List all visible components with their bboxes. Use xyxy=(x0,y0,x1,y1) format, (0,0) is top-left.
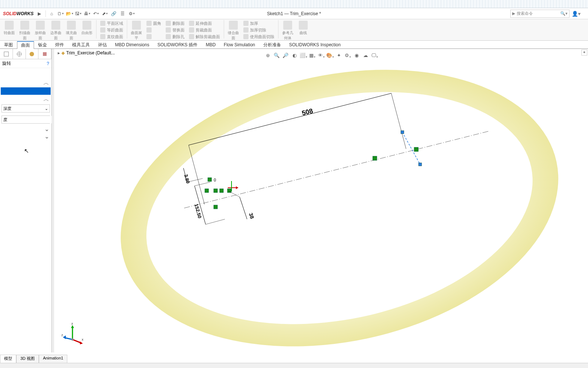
tab-moldtools[interactable]: 模具工具 xyxy=(68,41,94,48)
curves-button[interactable]: 曲线 xyxy=(295,20,311,36)
trim-surface-button[interactable]: 剪裁曲面 xyxy=(189,27,220,33)
delete-hole-button[interactable]: 删除孔 xyxy=(166,33,185,40)
svg-rect-0 xyxy=(4,52,9,56)
pm-section-collapse1[interactable]: ︿ xyxy=(0,79,51,87)
thickened-cut-button[interactable]: 加厚切除 xyxy=(243,27,274,33)
search-run-icon: ▶ xyxy=(512,11,515,16)
freeform-button[interactable]: 自由形 xyxy=(79,20,95,36)
endpoint-handle[interactable] xyxy=(419,163,422,166)
feature-tree-tab[interactable] xyxy=(0,49,13,59)
view-triad[interactable]: y x z xyxy=(61,323,84,345)
label: 替换面 xyxy=(172,27,185,33)
relation-marker[interactable] xyxy=(373,156,377,160)
offset-surface-button[interactable]: 等距曲面 xyxy=(100,27,123,33)
tab-animation1[interactable]: Animation1 xyxy=(39,355,67,363)
relation-marker[interactable] xyxy=(414,147,418,151)
thicken-button[interactable]: 加厚 xyxy=(243,20,274,27)
knit-surface-button[interactable]: 缝合曲面 xyxy=(226,20,241,41)
relation-marker[interactable] xyxy=(208,178,212,181)
label: 参考几何体 xyxy=(281,30,295,41)
label: 等距曲面 xyxy=(107,27,123,33)
configuration-tab[interactable] xyxy=(26,49,39,59)
relation-marker[interactable] xyxy=(227,189,231,193)
search-commands-input[interactable]: ▶ 搜索命令 🔍▾ xyxy=(510,10,570,18)
title-bar: SOLIDWORKS ▶ ⌂ 🗋 📂 🖫 🖶 ↶ ⬈ 🔗 ☰ ⚙ Sketch1… xyxy=(0,8,588,19)
label: 延伸曲面 xyxy=(196,21,212,26)
boundary-surface-button[interactable]: 边界曲面 xyxy=(48,20,64,41)
tab-sheetmetal[interactable]: 钣金 xyxy=(34,41,51,48)
graphics-viewport[interactable]: ▸ ◆ Trim_Exercise (Default... ⊕ 🔍 🔎 ◐ ⬜ … xyxy=(54,49,588,352)
open-button[interactable]: 📂 xyxy=(66,10,73,17)
tab-surface[interactable]: 曲面 xyxy=(17,41,34,49)
relation-marker[interactable] xyxy=(205,189,209,193)
label: 扫描曲面 xyxy=(18,30,32,41)
label: 自由形 xyxy=(81,30,92,36)
tab-weldments[interactable]: 焊件 xyxy=(51,41,68,48)
pm-angle-input[interactable]: ▲▼ xyxy=(1,116,50,124)
endpoint-handle[interactable] xyxy=(401,131,404,134)
label: 曲线 xyxy=(300,30,307,36)
lofted-surface-button[interactable]: 放样曲面 xyxy=(33,20,48,41)
angle-field[interactable] xyxy=(2,116,56,123)
delete-face-button[interactable]: 删除面 xyxy=(166,20,185,27)
reference-geometry-button[interactable]: 参考几何体 xyxy=(280,20,295,41)
revolve-surface-button[interactable]: 转曲面 xyxy=(1,20,17,36)
user-account-icon[interactable]: 👤▾ xyxy=(572,11,581,17)
relation-marker[interactable] xyxy=(214,189,217,193)
cut-with-surface-button[interactable]: 使用曲面切除 xyxy=(243,33,274,40)
ruled-surface-button[interactable]: 直纹曲面 xyxy=(100,33,123,40)
untrim-surface-button[interactable]: 解除剪裁曲面 xyxy=(189,33,220,40)
undo-button[interactable]: ↶ xyxy=(92,10,100,17)
label: 缝合曲面 xyxy=(226,30,240,41)
pm-section-collapse3[interactable]: ⌄ xyxy=(0,125,51,133)
file-props-button[interactable]: ☰ xyxy=(119,10,126,17)
tab-sketch[interactable]: 草图 xyxy=(0,41,17,48)
label: 边界曲面 xyxy=(49,30,63,41)
pm-section-collapse4[interactable]: ⌄ xyxy=(0,133,51,140)
pm-title: 旋转 xyxy=(2,60,11,67)
relation-marker[interactable] xyxy=(214,205,217,209)
tab-flowsim[interactable]: Flow Simulation xyxy=(220,41,259,48)
panel-tabs xyxy=(0,49,51,59)
print-button[interactable]: 🖶 xyxy=(84,10,91,17)
help-icon[interactable]: ? xyxy=(47,61,49,66)
bottom-view-tabs: 模型 3D 视图 Animation1 xyxy=(0,355,67,363)
pm-section-collapse2[interactable]: ︿ xyxy=(0,96,51,103)
tab-mbd[interactable]: MBD xyxy=(202,41,220,48)
separator xyxy=(127,20,127,39)
tab-3d-view[interactable]: 3D 视图 xyxy=(16,355,39,363)
extend-surface-button[interactable]: 延伸曲面 xyxy=(189,20,220,27)
tab-addins[interactable]: SOLIDWORKS 插件 xyxy=(153,41,202,48)
relation-marker[interactable] xyxy=(220,189,223,193)
save-button[interactable]: 🖫 xyxy=(75,10,82,17)
replace-face-button[interactable]: 替换面 xyxy=(166,27,185,33)
new-button[interactable]: 🗋 xyxy=(57,10,64,17)
pm-direction-select[interactable]: 深度⌄ xyxy=(1,104,50,113)
fillet-sub3[interactable] xyxy=(146,33,161,40)
tab-model[interactable]: 模型 xyxy=(0,355,16,363)
property-manager-tab[interactable] xyxy=(13,49,26,59)
flatten-surface-button[interactable]: 曲面展平 xyxy=(129,20,144,41)
rebuild-button[interactable]: 🔗 xyxy=(110,10,118,17)
planar-surface-button[interactable]: 平面区域 xyxy=(100,20,123,27)
model-canvas: 508 0 xyxy=(54,49,588,352)
label: 加厚 xyxy=(250,21,258,26)
menu-flyout-button[interactable]: ▶ xyxy=(36,10,43,17)
tab-evaluate[interactable]: 评估 xyxy=(94,41,111,48)
home-button[interactable]: ⌂ xyxy=(48,10,55,17)
tab-mbd-dim[interactable]: MBD Dimensions xyxy=(111,41,153,48)
fillet-sub2[interactable] xyxy=(146,27,161,33)
options-button[interactable]: ⚙ xyxy=(128,10,135,17)
filled-surface-button[interactable]: 填充曲面 xyxy=(64,20,79,41)
fillet-button[interactable]: 圆角 xyxy=(146,20,161,27)
swept-surface-button[interactable]: 扫描曲面 xyxy=(17,20,33,41)
dimxpert-tab[interactable] xyxy=(38,49,51,59)
ruler-top xyxy=(0,0,588,8)
search-placeholder: 搜索命令 xyxy=(517,11,533,16)
tab-inspection[interactable]: SOLIDWORKS Inspection xyxy=(285,41,345,48)
tab-analysis-prep[interactable]: 分析准备 xyxy=(259,41,285,48)
pm-axis-selection[interactable] xyxy=(1,87,51,95)
svg-point-4 xyxy=(30,52,34,56)
select-button[interactable]: ⬈ xyxy=(101,10,109,17)
label: 平面区域 xyxy=(107,21,123,26)
